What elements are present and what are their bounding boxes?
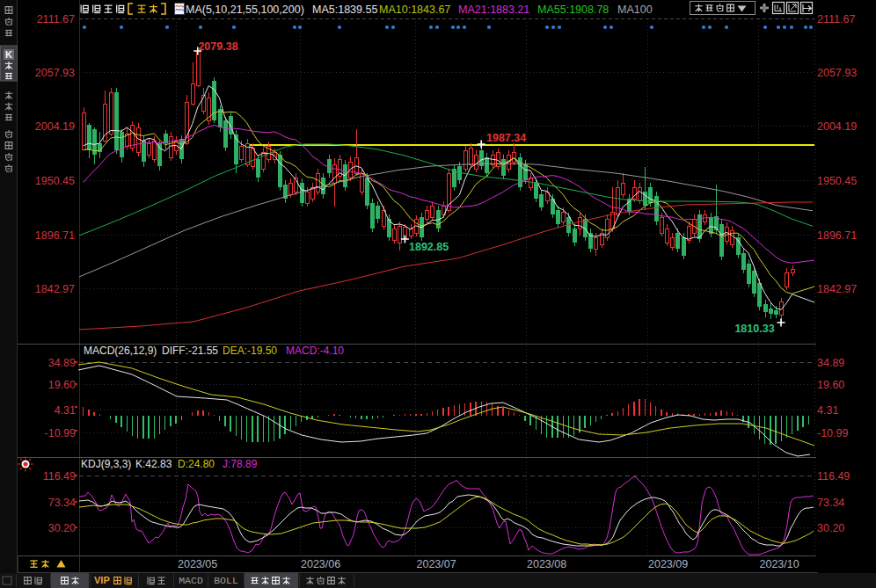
svg-text:K:42.83: K:42.83	[135, 458, 172, 470]
svg-text:1842.97: 1842.97	[817, 283, 857, 295]
svg-text:1950.45: 1950.45	[817, 175, 857, 187]
svg-text:D:24.80: D:24.80	[178, 458, 215, 470]
svg-text:1987.34: 1987.34	[486, 132, 526, 144]
svg-text:116.49: 116.49	[43, 470, 76, 483]
svg-text:73.34: 73.34	[48, 497, 76, 509]
svg-text:2023/05: 2023/05	[178, 558, 217, 570]
svg-text:MA10:1843.67: MA10:1843.67	[379, 4, 450, 16]
svg-text:4.31: 4.31	[55, 404, 76, 417]
svg-text:MA100: MA100	[617, 4, 653, 16]
svg-text:2111.67: 2111.67	[817, 13, 855, 25]
svg-text:1842.97: 1842.97	[35, 283, 75, 295]
svg-text:1896.71: 1896.71	[817, 229, 857, 242]
svg-text:19.60: 19.60	[817, 379, 844, 391]
svg-text:2023/09: 2023/09	[648, 558, 688, 570]
svg-text:2023/08: 2023/08	[527, 558, 566, 570]
svg-text:VIP: VIP	[94, 575, 110, 585]
svg-text:MA(5,10,21,55,100,200): MA(5,10,21,55,100,200)	[186, 4, 304, 16]
svg-text:MACD: MACD	[179, 575, 203, 586]
svg-text:2111.67: 2111.67	[37, 13, 75, 25]
svg-text:MA21:1883.21: MA21:1883.21	[458, 4, 529, 16]
svg-text:2023/07: 2023/07	[417, 558, 456, 570]
svg-text:34.89: 34.89	[48, 357, 76, 369]
svg-text:2004.19: 2004.19	[817, 120, 857, 133]
svg-text:34.89: 34.89	[817, 357, 844, 369]
svg-text:19.60: 19.60	[48, 379, 76, 391]
svg-text:2057.93: 2057.93	[35, 67, 75, 79]
svg-text:K: K	[5, 49, 12, 60]
svg-text:2023/06: 2023/06	[301, 558, 340, 570]
svg-text:MACD(26,12,9): MACD(26,12,9)	[84, 345, 157, 357]
svg-text:2004.19: 2004.19	[35, 120, 75, 133]
svg-text:KDJ(9,3,3): KDJ(9,3,3)	[81, 458, 131, 470]
svg-text:-10.99: -10.99	[817, 427, 848, 439]
svg-text:1810.33: 1810.33	[734, 323, 774, 335]
svg-text:73.34: 73.34	[817, 497, 844, 509]
svg-text:MA5:1839.55: MA5:1839.55	[312, 4, 377, 16]
svg-text:30.20: 30.20	[48, 522, 76, 534]
svg-text:MACD:-4.10: MACD:-4.10	[286, 345, 344, 357]
svg-text:2057.93: 2057.93	[817, 67, 857, 79]
svg-text:DEA:-19.50: DEA:-19.50	[223, 345, 277, 357]
svg-text:J:78.89: J:78.89	[223, 458, 258, 470]
svg-text:1950.45: 1950.45	[35, 175, 75, 187]
svg-text:116.49: 116.49	[817, 470, 850, 483]
svg-text:MA55:1908.78: MA55:1908.78	[537, 4, 609, 16]
svg-text:30.20: 30.20	[817, 522, 844, 534]
svg-text:4.31: 4.31	[817, 404, 838, 417]
svg-text:1896.71: 1896.71	[35, 229, 75, 242]
svg-text:1892.85: 1892.85	[409, 241, 449, 253]
svg-text:-10.99: -10.99	[45, 427, 76, 439]
svg-text:DIFF:-21.55: DIFF:-21.55	[162, 345, 218, 357]
svg-text:BOLL: BOLL	[214, 575, 238, 586]
svg-text:2023/10: 2023/10	[760, 558, 799, 570]
svg-text:2079.38: 2079.38	[198, 40, 237, 53]
